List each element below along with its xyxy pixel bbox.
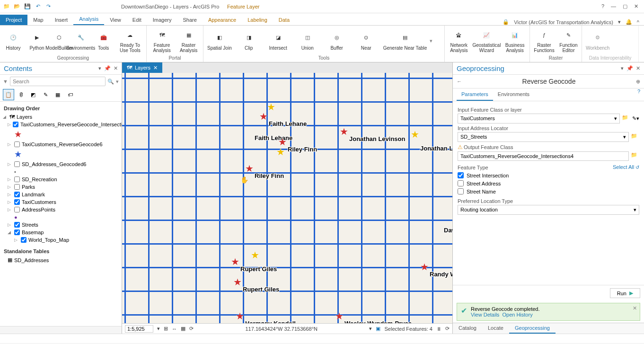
gp-help-icon[interactable]: ? xyxy=(637,88,640,101)
contents-search-input[interactable] xyxy=(10,77,106,86)
toc-layer[interactable]: ▷SD_Addresses_Geocoded6 xyxy=(1,160,121,168)
chk-street-name[interactable]: Street Name xyxy=(458,187,639,195)
yellow-star-marker[interactable]: ★ xyxy=(276,146,285,158)
view-details-link[interactable]: View Details xyxy=(471,312,499,318)
red-star-marker[interactable]: ★ xyxy=(278,136,287,148)
filter-icon[interactable]: ▼ xyxy=(3,79,8,84)
toc-layer[interactable]: ▷TaxiCustomers_ReverseGeocode6 xyxy=(1,141,121,148)
btn-business-analysis[interactable]: 📊Business Analysis xyxy=(502,26,528,55)
browse-output-icon[interactable]: 📁 xyxy=(631,152,639,160)
status-icon-2[interactable]: ↔ xyxy=(172,326,177,332)
maximize-icon[interactable]: ▢ xyxy=(623,3,627,9)
red-star-marker[interactable]: ★ xyxy=(236,310,244,322)
close-icon[interactable]: ✕ xyxy=(634,3,638,9)
status-icon-1[interactable]: ⊞ xyxy=(164,326,168,332)
toc-table-item[interactable]: ▦SD_Addresses xyxy=(1,256,121,264)
btn-union[interactable]: ◫Union xyxy=(293,26,322,55)
btn-python[interactable]: ▶Python xyxy=(26,26,48,55)
toc-layer[interactable]: ▷Streets xyxy=(1,221,121,229)
help-icon[interactable]: ? xyxy=(601,3,604,9)
minimize-icon[interactable]: — xyxy=(611,3,616,9)
coords-dropdown-icon[interactable]: ▾ xyxy=(369,326,372,332)
tab-imagery[interactable]: Imagery xyxy=(147,15,177,25)
btab-geoprocessing[interactable]: Geoprocessing xyxy=(509,323,556,334)
tab-project[interactable]: Project xyxy=(0,15,27,25)
toc-basemap[interactable]: ◢Basemap xyxy=(1,229,121,236)
btn-ready-tools[interactable]: ☁Ready To Use Tools xyxy=(116,26,144,55)
input-features-field[interactable]: TaxiCustomers▾ xyxy=(458,114,620,123)
status-pause-icon[interactable]: ⏸ xyxy=(436,326,441,332)
toc-tab-source[interactable]: 🛢 xyxy=(15,89,26,100)
toc-map-frame[interactable]: ◢🗺Layers xyxy=(1,113,121,121)
status-refresh-icon[interactable]: ⟳ xyxy=(445,326,450,332)
btn-spatial-join[interactable]: ◧Spatial Join xyxy=(205,26,234,55)
btn-intersect[interactable]: ◪Intersect xyxy=(264,26,292,55)
output-field[interactable] xyxy=(458,151,629,161)
toc-tab-snap[interactable]: ▦ xyxy=(52,89,63,100)
btn-function-editor[interactable]: ✎Function Editor xyxy=(557,26,580,55)
select-all-link[interactable]: Select All ↺ xyxy=(613,164,639,170)
contents-scrollbar[interactable] xyxy=(0,326,122,334)
pane-pin-icon[interactable]: 📌 xyxy=(104,65,111,71)
scale-dropdown-icon[interactable]: ▾ xyxy=(157,326,160,332)
browse-icon[interactable]: 📁 xyxy=(622,115,630,123)
red-star-marker[interactable]: ★ xyxy=(335,310,344,322)
pane-close-icon[interactable]: ✕ xyxy=(114,65,118,71)
tab-appearance[interactable]: Appearance xyxy=(203,15,242,25)
toc-layer[interactable]: ▷TaxiCustomers_ReverseGeocode_Intersecti… xyxy=(1,121,121,128)
red-star-marker[interactable]: ★ xyxy=(245,163,254,174)
toc-layer[interactable]: ▷AddressPoints xyxy=(1,206,121,213)
chevron-down-icon[interactable]: ▾ xyxy=(618,19,621,25)
locator-field[interactable]: SD_Streets▾ xyxy=(458,132,629,142)
btn-history[interactable]: 🕑History xyxy=(2,26,25,55)
toc-layer[interactable]: ▷TaxiCustomers xyxy=(1,198,121,206)
toc-tab-drawing[interactable]: 📋 xyxy=(3,89,14,100)
gp-add-icon[interactable]: ⊕ xyxy=(636,79,640,85)
toc-basemap-layer[interactable]: ▷World_Topo_Map xyxy=(1,236,121,244)
toc-layer[interactable]: ▷SD_Recreation xyxy=(1,176,121,183)
close-tab-icon[interactable]: ✕ xyxy=(153,65,158,71)
tab-map[interactable]: Map xyxy=(27,15,49,25)
edit-icon[interactable]: ✎▾ xyxy=(632,115,639,122)
yellow-star-marker[interactable]: ★ xyxy=(411,129,419,140)
red-star-marker[interactable]: ★ xyxy=(340,126,348,137)
btab-catalog[interactable]: Catalog xyxy=(453,323,482,334)
gp-tab-parameters[interactable]: Parameters xyxy=(457,88,493,101)
tab-labeling[interactable]: Labeling xyxy=(242,15,273,25)
tab-edit[interactable]: Edit xyxy=(127,15,147,25)
btn-feature-analysis[interactable]: 🗺Feature Analysis xyxy=(149,26,175,55)
red-star-marker[interactable]: ★ xyxy=(231,256,239,267)
tab-analysis[interactable]: Analysis xyxy=(73,14,104,25)
toc-tab-edit[interactable]: ✎ xyxy=(40,89,51,100)
open-history-link[interactable]: Open History xyxy=(502,312,532,318)
toc-tab-label[interactable]: 🏷 xyxy=(64,89,76,100)
qat-undo-icon[interactable]: ↶ xyxy=(34,3,42,10)
tab-share[interactable]: Share xyxy=(177,15,203,25)
btab-locate[interactable]: Locate xyxy=(482,323,509,334)
pane-menu-icon[interactable]: ▾ xyxy=(98,65,101,71)
map-view-tab[interactable]: 🗺 Layers ✕ xyxy=(122,62,162,73)
btn-environments[interactable]: 🔧Environments xyxy=(71,26,91,55)
tab-insert[interactable]: Insert xyxy=(49,15,74,25)
btn-buffer[interactable]: ◎Buffer xyxy=(323,26,351,55)
red-star-marker[interactable]: ★ xyxy=(233,276,242,288)
status-icon-3[interactable]: ▦ xyxy=(181,326,185,332)
gp-pin-icon[interactable]: 📌 xyxy=(626,65,633,71)
red-star-marker[interactable]: ★ xyxy=(420,261,429,273)
btn-gen-near-table[interactable]: ▤Generate Near Table xyxy=(381,26,429,55)
gp-back-icon[interactable]: ← xyxy=(457,79,462,84)
search-icon[interactable]: 🔍 xyxy=(107,79,114,85)
tab-view[interactable]: View xyxy=(104,15,127,25)
gp-tab-environments[interactable]: Environments xyxy=(493,88,534,101)
btn-modelbuilder[interactable]: ⬡ModelBuilder xyxy=(49,26,70,55)
red-star-marker[interactable]: ★ xyxy=(259,111,268,122)
toc-layer[interactable]: ▷Landmark xyxy=(1,191,121,198)
btn-tools[interactable]: 🧰Tools xyxy=(92,26,115,55)
gp-close-icon[interactable]: ✕ xyxy=(636,65,640,71)
chk-street-intersection[interactable]: Street Intersection xyxy=(458,171,639,179)
tab-data[interactable]: Data xyxy=(273,15,295,25)
browse-locator-icon[interactable]: 📁 xyxy=(631,133,639,141)
plt-field[interactable]: Routing location▾ xyxy=(458,205,639,215)
chk-street-address[interactable]: Street Address xyxy=(458,179,639,187)
btn-near[interactable]: ⊙Near xyxy=(352,26,380,55)
